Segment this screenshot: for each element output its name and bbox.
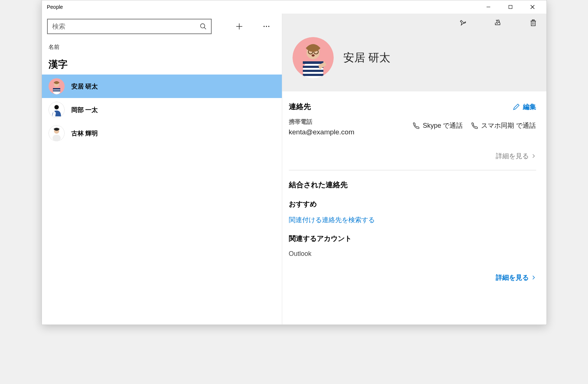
contacts-pane: 名前 漢字 安居 研太 — [42, 14, 282, 325]
contacts-list: 名前 漢字 安居 研太 — [42, 39, 282, 325]
edit-label: 編集 — [523, 102, 536, 111]
pin-icon — [459, 19, 467, 27]
avatar-image-icon — [293, 37, 334, 78]
linked-section-title: 結合された連絡先 — [289, 180, 536, 190]
avatar-image-icon — [49, 102, 65, 118]
sort-label[interactable]: 名前 — [42, 39, 282, 53]
contact-name: 岡部 一太 — [71, 106, 98, 114]
titlebar: People — [42, 0, 546, 14]
svg-point-9 — [266, 26, 267, 27]
find-linked-link[interactable]: 関連付ける連絡先を検索する — [289, 215, 536, 224]
call-phonelink-label: スマホ同期 で通話 — [481, 121, 536, 130]
svg-rect-27 — [532, 20, 534, 21]
svg-rect-23 — [531, 21, 535, 26]
more-icon — [262, 22, 270, 30]
phone-icon — [471, 122, 478, 129]
close-button[interactable] — [521, 0, 544, 14]
window-title: People — [47, 4, 63, 10]
svg-rect-36 — [303, 70, 323, 72]
profile-avatar — [293, 37, 334, 78]
detail-header: 安居 研太 — [282, 14, 546, 91]
svg-rect-37 — [303, 74, 323, 76]
contact-row[interactable]: 安居 研太 — [42, 75, 282, 98]
svg-rect-22 — [53, 135, 61, 141]
svg-rect-1 — [509, 6, 512, 9]
call-skype-button[interactable]: Skype で通話 — [412, 121, 463, 130]
plus-icon — [235, 22, 243, 30]
avatar — [49, 78, 65, 94]
pencil-icon — [513, 103, 520, 111]
minimize-button[interactable] — [477, 0, 499, 14]
pin-button[interactable] — [456, 16, 469, 29]
close-icon — [530, 5, 535, 9]
contact-section-title: 連絡先 — [289, 102, 311, 112]
svg-point-4 — [200, 24, 205, 28]
contact-row[interactable]: 岡部 一太 — [42, 98, 282, 122]
delete-button[interactable] — [527, 16, 540, 29]
svg-rect-15 — [53, 90, 60, 91]
contact-row[interactable]: 古林 輝明 — [42, 122, 282, 145]
divider — [289, 170, 536, 170]
edit-button[interactable]: 編集 — [513, 102, 536, 111]
show-more-label: 詳細を見る — [496, 152, 529, 160]
call-skype-label: Skype で通話 — [423, 121, 463, 130]
svg-line-5 — [204, 28, 206, 29]
svg-point-32 — [312, 54, 315, 57]
avatar — [49, 125, 65, 141]
email-value[interactable]: kenta@example.com — [289, 128, 355, 136]
share-button[interactable] — [491, 16, 505, 29]
phone-icon — [412, 122, 420, 129]
show-more-button[interactable]: 詳細を見る — [496, 273, 536, 282]
chevron-right-icon — [531, 275, 536, 280]
profile-name: 安居 研太 — [343, 50, 390, 65]
svg-rect-34 — [303, 61, 323, 64]
related-accounts-header: 関連するアカウント — [289, 234, 536, 243]
suggested-header: おすすめ — [289, 199, 536, 209]
search-box[interactable] — [47, 19, 212, 34]
show-more-label: 詳細を見る — [496, 273, 529, 282]
svg-point-18 — [54, 105, 59, 109]
group-header[interactable]: 漢字 — [42, 53, 282, 75]
account-name: Outlook — [289, 250, 536, 258]
contact-name: 古林 輝明 — [71, 129, 98, 138]
minimize-icon — [486, 5, 491, 9]
svg-point-10 — [268, 26, 269, 27]
avatar — [49, 102, 65, 118]
left-toolbar — [42, 14, 282, 39]
trash-icon — [529, 19, 537, 27]
svg-rect-14 — [53, 88, 60, 90]
maximize-button[interactable] — [499, 0, 521, 14]
chevron-right-icon — [531, 153, 536, 159]
search-input[interactable] — [48, 23, 196, 30]
maximize-icon — [508, 5, 513, 9]
search-icon — [200, 23, 207, 30]
show-more-button[interactable]: 詳細を見る — [496, 152, 536, 160]
search-button[interactable] — [196, 19, 211, 33]
avatar-image-icon — [49, 78, 65, 94]
add-contact-button[interactable] — [229, 18, 250, 35]
avatar-image-icon — [49, 125, 65, 141]
contact-name: 安居 研太 — [71, 82, 98, 91]
more-button[interactable] — [256, 18, 277, 35]
share-icon — [494, 19, 502, 27]
detail-pane: 安居 研太 連絡先 編集 携帯電話 — [282, 14, 546, 325]
call-phonelink-button[interactable]: スマホ同期 で通話 — [471, 121, 536, 130]
phone-field-label: 携帯電話 — [289, 118, 355, 126]
svg-point-8 — [263, 26, 265, 27]
